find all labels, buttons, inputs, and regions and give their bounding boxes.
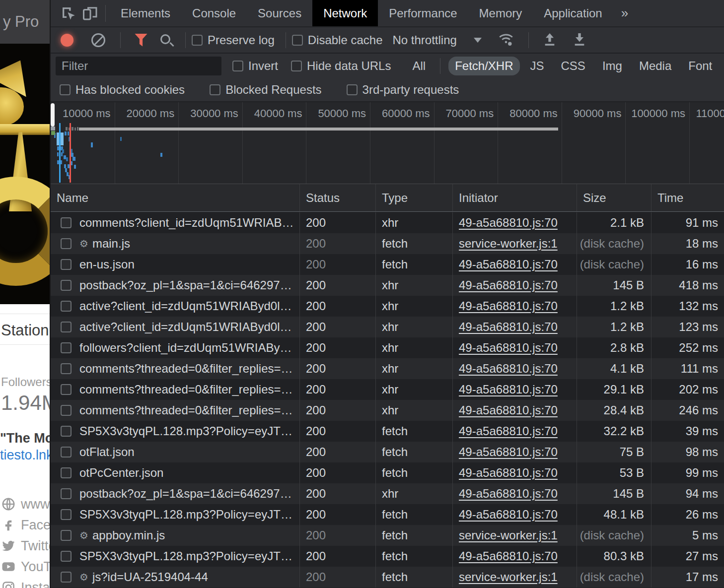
initiator-link[interactable]: 49-a5a68810.js:70: [459, 216, 558, 230]
blocked-requests-checkbox[interactable]: [210, 84, 220, 95]
social-link-facebook[interactable]: Faceb: [0, 515, 50, 535]
column-header-time[interactable]: Time: [652, 184, 724, 211]
request-name-cell[interactable]: en-us.json: [51, 254, 300, 275]
request-name-cell[interactable]: SP5X3v3tyqPL.128.mp3?Policy=eyJT…: [51, 504, 300, 525]
initiator-link[interactable]: 49-a5a68810.js:70: [459, 320, 558, 334]
table-row[interactable]: postback?oz_pl=1&spa=1&ci=646297…200xhr4…: [51, 483, 724, 504]
more-tabs-button[interactable]: »: [613, 0, 636, 26]
tab-memory[interactable]: Memory: [468, 0, 533, 26]
row-checkbox[interactable]: [61, 530, 72, 541]
type-filter-all[interactable]: All: [406, 57, 432, 75]
row-checkbox[interactable]: [61, 551, 72, 562]
request-name-cell[interactable]: ⚙main.js: [51, 233, 300, 254]
table-row[interactable]: SP5X3v3tyqPL.128.mp3?Policy=eyJT…200fetc…: [51, 546, 724, 567]
row-checkbox[interactable]: [61, 447, 72, 457]
request-name-cell[interactable]: otPcCenter.json: [51, 462, 300, 483]
tab-sources[interactable]: Sources: [247, 0, 312, 26]
request-name-cell[interactable]: followers?client_id=zdUqm51WRIABy…: [51, 337, 300, 358]
tab-console[interactable]: Console: [181, 0, 247, 26]
row-checkbox[interactable]: [61, 467, 72, 478]
initiator-link[interactable]: service-worker.js:1: [459, 237, 558, 251]
toggle-device-toolbar-icon[interactable]: [79, 2, 101, 24]
initiator-link[interactable]: 49-a5a68810.js:70: [459, 299, 558, 313]
initiator-link[interactable]: 49-a5a68810.js:70: [459, 445, 558, 459]
network-overview-timeline[interactable]: 10000 ms20000 ms30000 ms40000 ms50000 ms…: [51, 102, 724, 184]
request-name-cell[interactable]: SP5X3v3tyqPL.128.mp3?Policy=eyJT…: [51, 421, 300, 442]
type-filter-js[interactable]: JS: [524, 57, 551, 75]
import-har-icon[interactable]: [542, 31, 558, 50]
row-checkbox[interactable]: [61, 301, 72, 312]
social-link-youtube[interactable]: YouTu: [0, 556, 50, 577]
filter-input[interactable]: [56, 57, 221, 75]
initiator-link[interactable]: 49-a5a68810.js:70: [459, 341, 558, 355]
row-checkbox[interactable]: [61, 217, 72, 228]
table-row[interactable]: comments?threaded=0&filter_replies=…200x…: [51, 400, 724, 421]
type-filter-img[interactable]: Img: [596, 57, 629, 75]
network-conditions-icon[interactable]: [497, 31, 515, 50]
tab-elements[interactable]: Elements: [110, 0, 181, 26]
social-link-instagram[interactable]: Insta: [0, 577, 50, 588]
type-filter-fetchxhr[interactable]: Fetch/XHR: [448, 57, 519, 75]
throttling-select[interactable]: No throttling: [392, 33, 456, 47]
row-checkbox[interactable]: [61, 405, 72, 416]
table-row[interactable]: en-us.json200fetch49-a5a68810.js:70(disk…: [51, 254, 724, 275]
initiator-link[interactable]: 49-a5a68810.js:70: [459, 278, 558, 292]
table-row[interactable]: active?client_id=zdUqm51WRIAByd0l…200xhr…: [51, 296, 724, 317]
has-blocked-cookies-checkbox[interactable]: [60, 84, 71, 95]
request-name-cell[interactable]: comments?threaded=0&filter_replies=…: [51, 400, 300, 421]
initiator-link[interactable]: 49-a5a68810.js:70: [459, 362, 558, 376]
request-name-cell[interactable]: postback?oz_pl=1&spa=1&ci=646297…: [51, 483, 300, 504]
social-link-twitter[interactable]: Twitte: [0, 535, 50, 556]
clear-network-log-icon[interactable]: [91, 33, 105, 47]
request-name-cell[interactable]: SP5X3v3tyqPL.128.mp3?Policy=eyJT…: [51, 546, 300, 567]
preserve-log-checkbox[interactable]: [192, 35, 203, 46]
initiator-link[interactable]: 49-a5a68810.js:70: [459, 508, 558, 522]
request-name-cell[interactable]: comments?client_id=zdUqm51WRIAB…: [51, 212, 300, 233]
type-filter-font[interactable]: Font: [682, 57, 719, 75]
table-row[interactable]: otFlat.json200fetch49-a5a68810.js:7075 B…: [51, 442, 724, 462]
row-checkbox[interactable]: [61, 384, 72, 395]
initiator-link[interactable]: 49-a5a68810.js:70: [459, 549, 558, 563]
invert-checkbox[interactable]: [232, 61, 243, 71]
table-row[interactable]: postback?oz_pl=1&spa=1&ci=646297…200xhr4…: [51, 275, 724, 296]
table-row[interactable]: active?client_id=zdUqm51WRIAByd0l…200xhr…: [51, 317, 724, 337]
row-checkbox[interactable]: [61, 426, 72, 437]
export-har-icon[interactable]: [572, 31, 587, 50]
record-network-log-button[interactable]: [61, 34, 73, 47]
row-checkbox[interactable]: [61, 280, 72, 291]
row-checkbox[interactable]: [61, 488, 72, 499]
tab-application[interactable]: Application: [533, 0, 613, 26]
chevron-down-icon[interactable]: [474, 38, 482, 43]
row-checkbox[interactable]: [61, 509, 72, 520]
request-name-cell[interactable]: postback?oz_pl=1&spa=1&ci=646297…: [51, 275, 300, 296]
hide-data-urls-checkbox[interactable]: [291, 61, 302, 71]
column-header-status[interactable]: Status: [300, 184, 376, 211]
table-row[interactable]: ⚙main.js200fetchservice-worker.js:1(disk…: [51, 233, 724, 254]
request-name-cell[interactable]: comments?threaded=0&filter_replies=…: [51, 379, 300, 400]
row-checkbox[interactable]: [61, 342, 72, 353]
table-row[interactable]: ⚙js?id=UA-2519404-44200fetchservice-work…: [51, 567, 724, 588]
request-name-cell[interactable]: ⚙appboy.min.js: [51, 525, 300, 546]
row-checkbox[interactable]: [61, 322, 72, 332]
table-row[interactable]: followers?client_id=zdUqm51WRIABy…200xhr…: [51, 337, 724, 358]
type-filter-media[interactable]: Media: [633, 57, 678, 75]
initiator-link[interactable]: service-worker.js:1: [459, 528, 558, 542]
column-header-size[interactable]: Size: [577, 184, 652, 211]
tab-network[interactable]: Network: [312, 0, 378, 26]
request-name-cell[interactable]: active?client_id=zdUqm51WRIAByd0l…: [51, 296, 300, 317]
initiator-link[interactable]: 49-a5a68810.js:70: [459, 487, 558, 501]
page-scrollbar-thumb[interactable]: [51, 103, 55, 127]
table-row[interactable]: ⚙appboy.min.js200fetchservice-worker.js:…: [51, 525, 724, 546]
initiator-link[interactable]: 49-a5a68810.js:70: [459, 258, 558, 271]
initiator-link[interactable]: 49-a5a68810.js:70: [459, 466, 558, 480]
table-row[interactable]: comments?threaded=0&filter_replies=…200x…: [51, 379, 724, 400]
inspect-element-icon[interactable]: [58, 2, 79, 24]
row-checkbox[interactable]: [61, 259, 72, 270]
request-name-cell[interactable]: comments?threaded=0&filter_replies=…: [51, 358, 300, 379]
table-row[interactable]: SP5X3v3tyqPL.128.mp3?Policy=eyJT…200fetc…: [51, 504, 724, 525]
row-checkbox[interactable]: [61, 238, 72, 249]
search-icon[interactable]: [160, 34, 170, 44]
social-link-globe[interactable]: www.: [0, 494, 50, 515]
3rd-party-requests-checkbox[interactable]: [347, 84, 358, 95]
table-row[interactable]: otPcCenter.json200fetch49-a5a68810.js:70…: [51, 462, 724, 483]
